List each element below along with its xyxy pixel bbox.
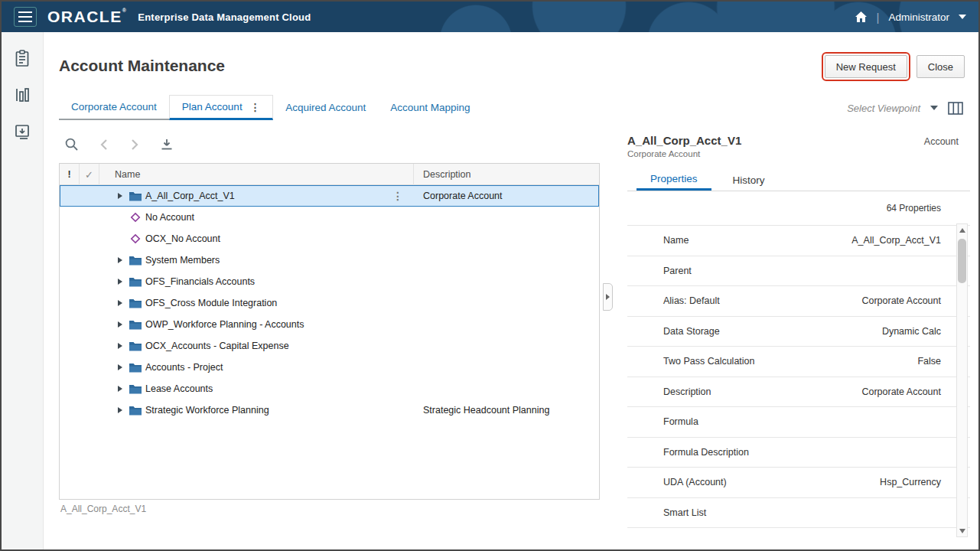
expand-arrow-icon[interactable] xyxy=(115,383,125,394)
property-value: Dynamic Calc xyxy=(882,326,941,337)
property-label: Alias: Default xyxy=(663,295,720,306)
tab-history[interactable]: History xyxy=(719,169,779,191)
tree-row[interactable]: Accounts - Project xyxy=(60,357,599,378)
details-title: A_All_Corp_Acct_V1 xyxy=(627,134,741,147)
tab-properties[interactable]: Properties xyxy=(637,169,711,191)
property-label: Data Storage xyxy=(663,326,720,337)
node-name: OFS_Cross Module Integration xyxy=(145,298,277,308)
search-icon[interactable] xyxy=(64,137,79,152)
scrollbar-track[interactable] xyxy=(957,236,967,525)
property-label: Formula Description xyxy=(663,447,749,458)
property-row[interactable]: Data Storage Dynamic Calc xyxy=(627,317,970,347)
viewpoints-chart-icon[interactable] xyxy=(13,86,31,104)
oracle-logo: ORACLE® xyxy=(47,8,127,26)
viewpoint-tab-strip: Corporate Account Plan Account Acquired … xyxy=(59,95,483,120)
member-diamond-icon xyxy=(129,233,142,244)
tab-plan-account[interactable]: Plan Account xyxy=(169,95,273,120)
home-icon[interactable] xyxy=(855,11,868,23)
tree-header-row: ! Name Description xyxy=(60,164,599,185)
tab-menu-icon[interactable] xyxy=(250,101,261,113)
select-viewpoint-dropdown[interactable]: Select Viewpoint xyxy=(847,103,920,114)
tab-account-mapping[interactable]: Account Mapping xyxy=(378,95,482,120)
row-name-cell: Lease Accounts xyxy=(99,378,414,399)
details-subtitle: Corporate Account xyxy=(627,149,970,158)
property-label: Smart List xyxy=(663,507,706,518)
expand-arrow-icon[interactable] xyxy=(115,319,125,330)
registered-mark: ® xyxy=(122,8,128,13)
close-button[interactable]: Close xyxy=(917,55,965,78)
user-menu[interactable]: Administrator xyxy=(888,11,949,23)
viewpoint-grid-icon[interactable] xyxy=(948,102,963,115)
expand-arrow-icon[interactable] xyxy=(115,255,125,266)
expand-spacer xyxy=(115,233,125,244)
tree-row[interactable]: OWP_Workforce Planning - Accounts xyxy=(60,314,599,335)
node-name: System Members xyxy=(145,255,220,266)
properties-scrollbar[interactable] xyxy=(956,223,968,537)
page-title: Account Maintenance xyxy=(59,57,225,75)
new-request-button[interactable]: New Request xyxy=(825,55,907,78)
download-icon[interactable] xyxy=(160,138,174,151)
back-chevron-icon[interactable] xyxy=(99,139,109,151)
tree-row[interactable]: A_All_Corp_Acct_V1 Corporate Account xyxy=(60,185,599,207)
property-row[interactable]: Parent xyxy=(627,256,970,287)
folder-icon xyxy=(129,362,142,373)
top-bar: ORACLE® Enterprise Data Management Cloud… xyxy=(2,2,978,32)
tree-row[interactable]: Lease Accounts xyxy=(60,378,599,399)
properties-list: Name A_All_Corp_Acct_V1 Parent Alias: De… xyxy=(627,226,970,528)
folder-icon xyxy=(129,255,142,266)
row-actions-menu-icon[interactable] xyxy=(392,190,403,202)
description-column-header[interactable]: Description xyxy=(414,164,599,185)
panel-collapse-handle[interactable] xyxy=(603,283,613,311)
property-value: False xyxy=(917,356,941,367)
expand-arrow-icon[interactable] xyxy=(115,276,125,287)
property-row[interactable]: Alias: Default Corporate Account xyxy=(627,286,970,317)
details-tab-strip: Properties History xyxy=(627,169,970,191)
tasks-clipboard-icon[interactable] xyxy=(13,49,31,67)
property-row[interactable]: Formula Description xyxy=(627,438,970,468)
tree-row[interactable]: Strategic Workforce Planning Strategic H… xyxy=(60,399,599,421)
row-name-cell: A_All_Corp_Acct_V1 xyxy=(99,185,414,207)
tree-row[interactable]: OFS_Financials Accounts xyxy=(60,271,599,292)
selected-node-status: A_All_Corp_Acct_V1 xyxy=(60,504,146,514)
tree-row[interactable]: System Members xyxy=(60,249,599,271)
user-menu-caret-icon[interactable] xyxy=(959,15,966,19)
property-label: UDA (Account) xyxy=(663,477,727,487)
row-name-cell: Accounts - Project xyxy=(99,357,414,378)
node-name: OWP_Workforce Planning - Accounts xyxy=(145,319,304,330)
property-row[interactable]: UDA (Account) Hsp_Currency xyxy=(627,468,970,498)
hamburger-menu-icon[interactable] xyxy=(14,7,37,27)
requests-submit-icon[interactable] xyxy=(13,122,31,141)
folder-icon xyxy=(129,298,142,308)
expand-arrow-icon[interactable] xyxy=(115,341,125,351)
property-label: Formula xyxy=(663,416,698,427)
scroll-up-icon[interactable] xyxy=(957,224,967,236)
folder-icon xyxy=(129,341,142,351)
tab-acquired-account[interactable]: Acquired Account xyxy=(273,95,378,120)
expand-arrow-icon[interactable] xyxy=(115,191,125,201)
expand-arrow-icon[interactable] xyxy=(115,362,125,373)
property-value: A_All_Corp_Acct_V1 xyxy=(851,235,941,246)
expand-arrow-icon[interactable] xyxy=(115,405,125,416)
tree-row[interactable]: No Account xyxy=(60,207,599,228)
property-value: Corporate Account xyxy=(861,386,941,397)
tree-row[interactable]: OCX_Accounts - Capital Expense xyxy=(60,335,599,357)
property-row[interactable]: Name A_All_Corp_Acct_V1 xyxy=(627,226,970,256)
scrollbar-thumb[interactable] xyxy=(958,239,966,283)
hierarchy-tree-panel: ! Name Description A_All_Corp_Acct_V1 Co… xyxy=(59,163,600,500)
property-row[interactable]: Formula xyxy=(627,407,970,438)
details-node-type: Account xyxy=(924,136,959,147)
tree-row[interactable]: OCX_No Account xyxy=(60,228,599,249)
tree-row[interactable]: OFS_Cross Module Integration xyxy=(60,292,599,314)
expand-arrow-icon[interactable] xyxy=(115,298,125,308)
viewpoint-caret-icon[interactable] xyxy=(930,106,938,110)
property-row[interactable]: Description Corporate Account xyxy=(627,377,970,408)
name-column-header[interactable]: Name xyxy=(99,164,414,185)
folder-icon xyxy=(129,383,142,394)
tab-corporate-account[interactable]: Corporate Account xyxy=(59,95,169,120)
forward-chevron-icon[interactable] xyxy=(129,139,140,151)
property-row[interactable]: Two Pass Calculation False xyxy=(627,347,970,377)
product-title: Enterprise Data Management Cloud xyxy=(138,11,311,23)
scroll-down-icon[interactable] xyxy=(957,525,967,536)
node-name: OCX_Accounts - Capital Expense xyxy=(145,341,289,351)
property-row[interactable]: Smart List xyxy=(627,498,970,529)
